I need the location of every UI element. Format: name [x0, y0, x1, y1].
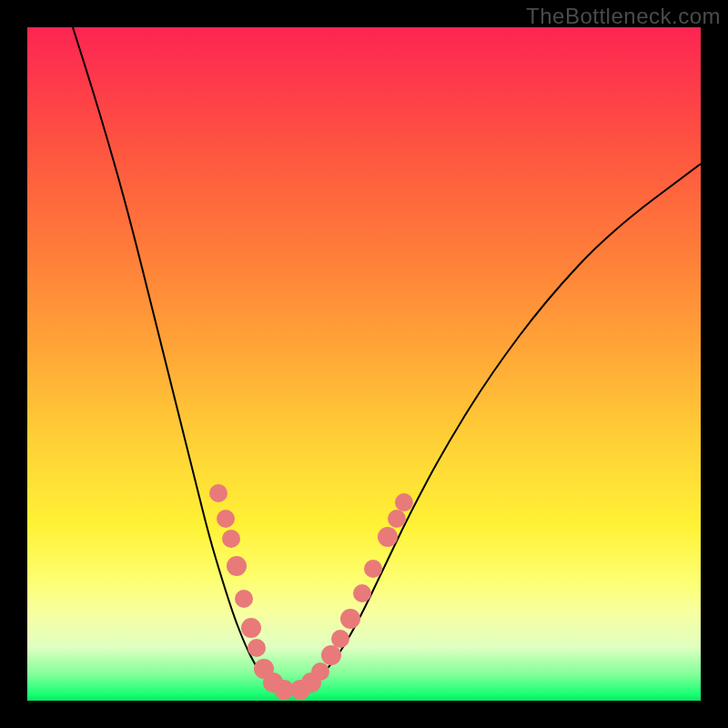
curve-marker: [321, 645, 341, 665]
curve-marker: [340, 609, 360, 629]
bottleneck-curve: [73, 27, 701, 691]
curve-marker: [378, 527, 398, 547]
chart-svg: [27, 27, 701, 701]
curve-marker: [311, 662, 329, 681]
curve-marker: [331, 630, 349, 648]
watermark-text: TheBottleneck.com: [526, 4, 721, 29]
curve-marker: [227, 556, 247, 576]
marker-group: [209, 484, 413, 700]
curve-marker: [209, 484, 228, 502]
curve-marker: [241, 618, 261, 638]
curve-marker: [248, 639, 266, 657]
chart-plot-area: [27, 27, 701, 701]
curve-marker: [364, 560, 382, 578]
curve-marker: [222, 530, 240, 548]
curve-marker: [235, 590, 253, 608]
curve-marker: [395, 493, 413, 511]
curve-marker: [353, 584, 371, 602]
curve-marker: [217, 510, 235, 528]
curve-marker: [388, 510, 406, 528]
